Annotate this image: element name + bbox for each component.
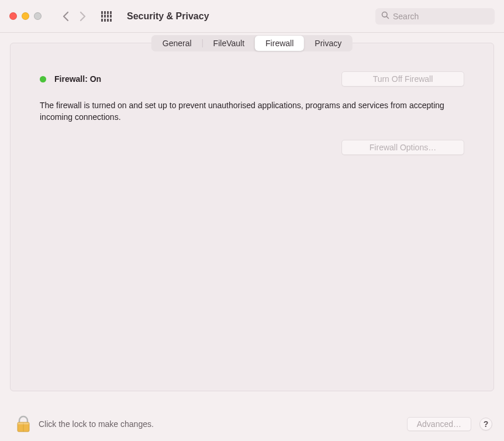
firewall-status: Firewall: On xyxy=(40,74,101,84)
firewall-options-button[interactable]: Firewall Options… xyxy=(341,140,464,155)
lock-icon[interactable] xyxy=(16,415,30,433)
turn-off-firewall-button[interactable]: Turn Off Firewall xyxy=(341,71,464,87)
show-all-icon[interactable] xyxy=(101,11,112,22)
tab-firewall[interactable]: Firewall xyxy=(255,36,304,51)
status-indicator-icon xyxy=(40,76,46,82)
preferences-panel: General FileVault Firewall Privacy Firew… xyxy=(10,43,494,391)
content-area: General FileVault Firewall Privacy Firew… xyxy=(0,33,504,401)
close-window-button[interactable] xyxy=(9,12,17,20)
firewall-options-row: Firewall Options… xyxy=(40,140,464,155)
search-input[interactable] xyxy=(393,12,495,21)
search-box[interactable] xyxy=(375,8,495,25)
maximize-window-button xyxy=(34,12,42,20)
forward-button[interactable] xyxy=(80,11,86,22)
firewall-status-label: Firewall: On xyxy=(54,74,101,84)
tab-privacy[interactable]: Privacy xyxy=(304,36,352,51)
firewall-panel-content: Firewall: On Turn Off Firewall The firew… xyxy=(11,43,493,167)
help-button[interactable]: ? xyxy=(479,418,492,430)
chevron-right-icon xyxy=(80,11,86,22)
firewall-description: The firewall is turned on and set up to … xyxy=(40,99,464,123)
search-icon xyxy=(381,11,389,22)
svg-line-1 xyxy=(386,16,388,18)
tab-general[interactable]: General xyxy=(152,36,202,51)
tab-filevault[interactable]: FileVault xyxy=(203,36,255,51)
firewall-status-row: Firewall: On Turn Off Firewall xyxy=(40,71,464,87)
window-title: Security & Privacy xyxy=(127,11,368,22)
footer: Click the lock to make changes. Advanced… xyxy=(0,408,504,441)
lock-hint-text: Click the lock to make changes. xyxy=(39,419,399,429)
minimize-window-button[interactable] xyxy=(22,12,29,20)
advanced-button[interactable]: Advanced… xyxy=(407,417,471,431)
back-button[interactable] xyxy=(63,11,69,22)
svg-rect-5 xyxy=(18,423,29,425)
nav-buttons xyxy=(63,11,86,22)
traffic-lights xyxy=(9,12,42,20)
titlebar: Security & Privacy xyxy=(0,0,504,33)
tabs: General FileVault Firewall Privacy xyxy=(151,35,353,51)
chevron-left-icon xyxy=(63,11,69,22)
